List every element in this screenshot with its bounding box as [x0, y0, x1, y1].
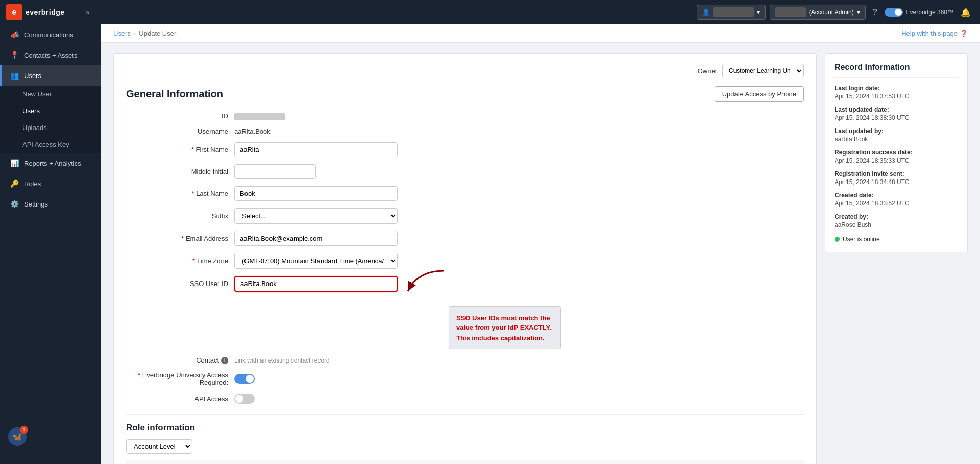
annotation-tooltip: SSO User IDs must match the value from y…: [449, 306, 561, 350]
sidebar-item-label: Communications: [24, 31, 74, 39]
form-row-email: Email Address: [126, 231, 804, 246]
everbridge360-toggle[interactable]: Everbridge 360™: [885, 8, 953, 17]
communications-icon: 📣: [10, 31, 19, 39]
help-button[interactable]: ?: [870, 6, 880, 19]
sidebar-item-communications[interactable]: 📣 Communications: [0, 24, 101, 45]
form-row-suffix: Suffix Select...: [126, 208, 804, 224]
university-label: Everbridge University Access Required:: [126, 371, 228, 386]
sidebar-sub-item-users[interactable]: Users: [0, 102, 101, 119]
record-row-reg-invite: Registration invite sent: Apr 15, 2024 1…: [835, 170, 958, 186]
suffix-select[interactable]: Select...: [234, 208, 398, 224]
sidebar-sub-item-api-access-key[interactable]: API Access Key: [0, 136, 101, 153]
sidebar-item-roles[interactable]: 🔑 Roles: [0, 173, 101, 194]
last-updated-label: Last updated date:: [835, 106, 958, 113]
help-text: Help with this page: [901, 30, 958, 37]
account-admin-label: (Account Admin): [809, 9, 854, 16]
api-access-toggle[interactable]: [234, 394, 255, 404]
sidebar-item-reports-analytics[interactable]: 📊 Reports + Analytics: [0, 153, 101, 173]
first-name-label: First Name: [126, 146, 228, 153]
sidebar-item-users[interactable]: 👥 Users: [0, 65, 101, 86]
update-phone-button[interactable]: Update Access by Phone: [715, 86, 804, 102]
avatar[interactable]: 🦋 1: [8, 427, 27, 446]
record-panel: Record Information Last login date: Apr …: [825, 53, 968, 252]
notification-badge: 1: [20, 426, 28, 434]
form-row-timezone: Time Zone (GMT-07:00) Mountain Standard …: [126, 253, 804, 269]
account-dropdown[interactable]: (Account Admin) ▾: [770, 5, 866, 20]
role-table: Default Organization Role Type Role Name: [126, 460, 804, 464]
page-title: General Information: [126, 88, 223, 100]
col-header-default: Default: [126, 460, 230, 464]
last-updated-by-value: aaRita Book: [835, 136, 958, 143]
reg-success-value: Apr 15, 2024 18:35:33 UTC: [835, 157, 958, 164]
roles-icon: 🔑: [10, 179, 19, 188]
sidebar-item-label: Reports + Analytics: [24, 160, 81, 167]
middle-initial-label: Middle Initial: [126, 168, 228, 175]
sidebar-item-label: Contacts + Assets: [24, 51, 77, 59]
sso-row-container: SSO User ID SSO Us: [126, 276, 804, 350]
online-label: User is online: [843, 236, 880, 243]
last-updated-by-label: Last updated by:: [835, 127, 958, 135]
contacts-icon: 📍: [10, 51, 19, 59]
suffix-label: Suffix: [126, 212, 228, 220]
form-row-middle-initial: Middle Initial: [126, 164, 804, 179]
email-label: Email Address: [126, 235, 228, 242]
logo-text: everbridge: [26, 8, 65, 16]
help-link[interactable]: Help with this page ❓: [901, 30, 968, 37]
university-toggle[interactable]: [234, 374, 255, 384]
breadcrumb-parent[interactable]: Users: [113, 30, 131, 37]
arrow-svg: [403, 266, 464, 306]
notification-button[interactable]: 🔔: [958, 6, 974, 19]
created-by-label: Created by:: [835, 213, 958, 220]
owner-select[interactable]: Customer Learning Univ: [722, 64, 804, 78]
chevron-down-icon: ▾: [757, 9, 760, 16]
online-dot: [835, 237, 840, 242]
logo-icon: e: [6, 4, 22, 20]
form-section: Owner Customer Learning Univ General Inf…: [113, 53, 817, 464]
page-body: Owner Customer Learning Univ General Inf…: [101, 43, 980, 464]
sidebar-item-contacts-assets[interactable]: 📍 Contacts + Assets: [0, 45, 101, 65]
reg-success-label: Registration success date:: [835, 149, 958, 156]
sso-user-id-input[interactable]: [234, 276, 398, 292]
logo-area: e everbridge: [6, 4, 78, 20]
chevron-down-icon2: ▾: [857, 9, 860, 16]
role-dropdown-row: Account Level: [126, 439, 804, 454]
created-date-label: Created date:: [835, 192, 958, 199]
sidebar-item-settings[interactable]: ⚙️ Settings: [0, 194, 101, 214]
contact-info-icon[interactable]: i: [221, 357, 228, 364]
col-header-org: Organization: [230, 460, 387, 464]
record-row-created-date: Created date: Apr 15, 2024 18:33:52 UTC: [835, 192, 958, 207]
reg-invite-value: Apr 15, 2024 18:34:48 UTC: [835, 178, 958, 186]
user-icon: 👤: [702, 9, 710, 16]
breadcrumb-current: Update User: [139, 30, 176, 37]
created-date-value: Apr 15, 2024 18:33:52 UTC: [835, 200, 958, 207]
sidebar-sub-item-new-user[interactable]: New User: [0, 86, 101, 102]
api-access-label: API Access: [126, 395, 228, 403]
record-row-last-updated-by: Last updated by: aaRita Book: [835, 127, 958, 143]
contact-link[interactable]: Link with an existing contact record: [234, 357, 330, 364]
form-row-username: Username aaRita.Book: [126, 127, 804, 135]
sidebar-sub-item-uploads[interactable]: Uploads: [0, 119, 101, 136]
contact-label: Contact i: [126, 356, 228, 364]
sidebar-toggle-button[interactable]: »: [84, 6, 92, 18]
breadcrumb: Users › Update User: [113, 30, 176, 37]
col-header-actions: [743, 460, 804, 464]
username-label: Username: [126, 127, 228, 135]
sidebar-item-label: Users: [24, 72, 41, 80]
last-login-value: Apr 15, 2024 18:37:53 UTC: [835, 93, 958, 100]
col-header-role-type: Role Type: [387, 460, 565, 464]
col-header-role-name: Role Name: [565, 460, 743, 464]
email-input[interactable]: [234, 231, 398, 246]
toggle-row-api: API Access: [126, 394, 804, 404]
everbridge360-label: Everbridge 360™: [906, 9, 953, 16]
first-name-input[interactable]: [234, 142, 398, 157]
last-name-input[interactable]: [234, 186, 398, 201]
sso-label: SSO User ID: [126, 280, 228, 288]
middle-initial-input[interactable]: [234, 164, 316, 179]
role-section-title: Role information: [126, 423, 804, 433]
timezone-label: Time Zone: [126, 257, 228, 265]
user-dropdown[interactable]: 👤 ▾: [697, 5, 766, 20]
timezone-select[interactable]: (GMT-07:00) Mountain Standard Time (Amer…: [234, 253, 398, 269]
account-level-select[interactable]: Account Level: [126, 439, 192, 454]
form-row-first-name: First Name: [126, 142, 804, 157]
reg-invite-label: Registration invite sent:: [835, 170, 958, 177]
